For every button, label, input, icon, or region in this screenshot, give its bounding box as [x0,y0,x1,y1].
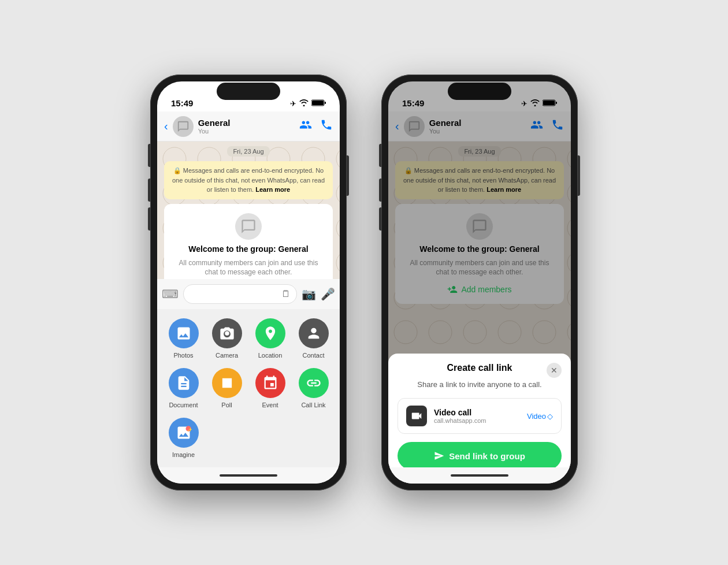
document-icon [169,368,199,398]
left-phone: 15:49 ✈ [150,75,347,490]
home-bar-left [220,474,277,477]
svg-rect-2 [325,102,326,104]
home-indicator-right [388,467,571,484]
modal-header: Create call link ✕ [398,363,562,373]
attach-menu: Photos Camera Location [157,309,340,467]
call-option-name: Video call [434,408,520,417]
encrypt-bubble-left: 🔒 Messages and calls are end-to-end encr… [164,161,333,199]
chat-header-left: ‹ General You [157,111,340,142]
attach-camera[interactable]: Camera [210,318,244,359]
contact-label: Contact [303,352,325,359]
attach-document[interactable]: Document [166,368,200,408]
camera-label: Camera [216,352,238,359]
attach-contact[interactable]: Contact [296,318,330,359]
contact-icon [299,318,329,348]
event-label: Event [262,402,278,408]
poll-label: Poll [221,402,232,408]
avatar-left [173,116,194,137]
welcome-sub-left: All community members can join and use t… [173,258,324,278]
event-icon [255,368,285,398]
wifi-icon [299,99,309,108]
imagine-icon: ✨ [169,418,199,448]
send-link-label: Send link to group [449,451,525,461]
poll-icon [212,368,242,398]
attach-location[interactable]: Location [253,318,287,359]
camera-icon [212,318,242,348]
status-time-left: 15:49 [171,98,193,108]
welcome-title-left: Welcome to the group: General [188,244,308,254]
chat-sub-left: You [198,128,295,135]
svg-text:✨: ✨ [187,427,191,432]
document-label: Document [169,402,198,408]
chat-name-area-left: General You [198,118,295,135]
back-button-left[interactable]: ‹ [164,120,168,133]
modal-sheet: Create call link ✕ Share a link to invit… [388,354,571,484]
modal-description: Share a link to invite anyone to a call. [398,380,562,389]
sticker-icon: 🗒 [281,289,291,299]
learn-more-left[interactable]: Learn more [255,186,290,193]
modal-overlay: Create call link ✕ Share a link to invit… [388,81,571,484]
home-bar-right [451,474,508,477]
modal-title: Create call link [447,363,512,373]
welcome-icon-left [235,213,262,240]
svg-rect-1 [312,101,324,105]
home-indicator-left [157,467,340,484]
input-bar-left: ⌨ 🗒 📷 🎤 [157,279,340,309]
call-icon-left[interactable] [320,118,333,134]
date-badge-left: Fri, 23 Aug [227,146,269,157]
imagine-label: Imagine [172,451,195,458]
send-link-button[interactable]: Send link to group [398,442,562,470]
airplane-icon: ✈ [290,99,296,108]
attach-event[interactable]: Event [253,368,287,408]
chat-name-left: General [198,118,295,128]
chat-area-left: Fri, 23 Aug 🔒 Messages and calls are end… [157,142,340,279]
attach-imagine[interactable]: ✨ Imagine [166,418,200,458]
attach-photos[interactable]: Photos [166,318,200,359]
mic-icon[interactable]: 🎤 [321,287,335,301]
header-icons-left [299,118,333,134]
location-icon [255,318,285,348]
battery-icon [311,99,326,108]
right-phone: 15:49 ✈ [381,75,578,490]
attach-calllink[interactable]: Call Link [296,368,330,408]
location-label: Location [258,352,283,359]
modal-close-button[interactable]: ✕ [547,363,562,378]
dynamic-island [217,83,280,100]
welcome-card-left: Welcome to the group: General All commun… [164,204,333,280]
keyboard-icon[interactable]: ⌨ [162,287,179,301]
call-type-selector[interactable]: Video ◇ [527,412,553,421]
calllink-label: Call Link [301,402,325,408]
video-call-icon [406,406,427,426]
call-option-url: call.whatsapp.com [434,417,520,424]
call-option-text: Video call call.whatsapp.com [434,408,520,424]
call-option-video[interactable]: Video call call.whatsapp.com Video ◇ [398,398,562,434]
attach-poll[interactable]: Poll [210,368,244,408]
photos-icon [169,318,199,348]
calllink-icon [299,368,329,398]
status-icons-left: ✈ [290,99,326,108]
camera-input-icon[interactable]: 📷 [302,287,316,301]
group-icon-left[interactable] [299,118,312,134]
photos-label: Photos [173,352,193,359]
message-input-left[interactable]: 🗒 [183,284,297,304]
